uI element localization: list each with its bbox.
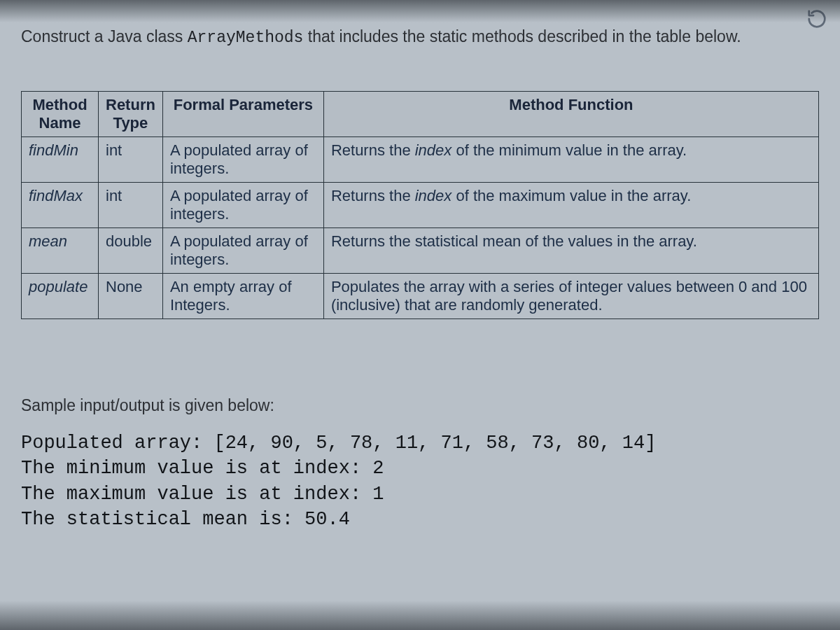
cell-return-type: int (99, 182, 163, 227)
header-params: Formal Parameters (162, 91, 323, 136)
cell-method-name: findMax (22, 182, 99, 227)
methods-table: Method Name Return Type Formal Parameter… (21, 91, 819, 319)
header-method: Method Name (22, 91, 99, 136)
func-text: Populates the array with a series of int… (331, 278, 807, 314)
sample-output-block: Populated array: [24, 90, 5, 78, 11, 71,… (21, 430, 819, 533)
func-text: of the minimum value in the array. (451, 141, 687, 159)
bottom-vignette (0, 601, 840, 630)
reload-icon[interactable] (806, 8, 827, 29)
table-row: findMin int A populated array of integer… (22, 136, 819, 182)
func-em: index (415, 141, 452, 159)
cell-params: A populated array of integers. (162, 136, 323, 182)
prompt-after: that includes the static methods describ… (303, 27, 741, 46)
question-page: Construct a Java class ArrayMethods that… (0, 0, 840, 561)
cell-function: Returns the index of the minimum value i… (323, 136, 818, 182)
output-line: The maximum value is at index: 1 (21, 484, 384, 505)
table-header-row: Method Name Return Type Formal Parameter… (22, 91, 819, 136)
output-line: The minimum value is at index: 2 (21, 458, 384, 479)
prompt-classname: ArrayMethods (188, 29, 304, 47)
func-text: Returns the (331, 141, 415, 159)
cell-method-name: populate (22, 273, 99, 318)
cell-method-name: findMin (22, 136, 99, 182)
cell-function: Returns the statistical mean of the valu… (323, 227, 818, 273)
func-em: index (415, 187, 452, 204)
prompt-before: Construct a Java class (21, 27, 188, 46)
prompt-text: Construct a Java class ArrayMethods that… (21, 27, 819, 49)
func-text: of the maximum value in the array. (451, 187, 691, 204)
cell-params: A populated array of integers. (162, 227, 323, 273)
header-return: Return Type (99, 91, 163, 136)
header-function: Method Function (323, 91, 818, 136)
cell-return-type: int (99, 136, 163, 182)
func-text: Returns the statistical mean of the valu… (331, 232, 697, 250)
output-line: The statistical mean is: 50.4 (21, 509, 350, 530)
cell-return-type: None (99, 273, 163, 318)
table-row: populate None An empty array of Integers… (22, 273, 819, 318)
cell-method-name: mean (22, 227, 99, 273)
table-row: mean double A populated array of integer… (22, 227, 819, 273)
cell-function: Returns the index of the maximum value i… (323, 182, 818, 227)
cell-params: An empty array of Integers. (162, 273, 323, 318)
cell-return-type: double (99, 227, 163, 273)
table-row: findMax int A populated array of integer… (22, 182, 819, 227)
func-text: Returns the (331, 187, 415, 204)
output-line: Populated array: [24, 90, 5, 78, 11, 71,… (21, 433, 656, 454)
sample-heading: Sample input/output is given below: (21, 396, 819, 415)
cell-function: Populates the array with a series of int… (323, 273, 818, 318)
cell-params: A populated array of integers. (162, 182, 323, 227)
